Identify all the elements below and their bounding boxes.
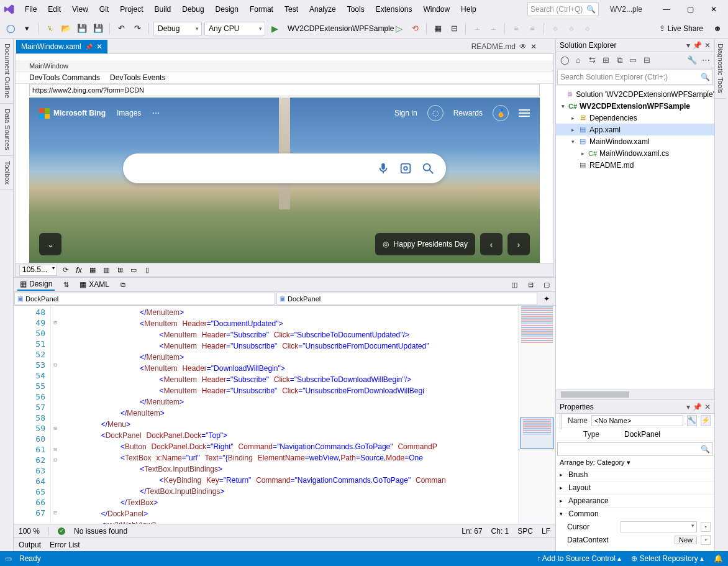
snap-icon[interactable]: ⊞ [115, 265, 125, 275]
menu-file[interactable]: File [20, 2, 42, 16]
tree-item[interactable]: ▸▤App.xaml [556, 124, 714, 135]
minimap[interactable] [518, 306, 555, 524]
start-target-select[interactable]: WV2CDPExtensionWPFSample [284, 22, 389, 35]
tree-item[interactable]: ▸⊞Dependencies [556, 112, 714, 124]
expand-icon[interactable]: ▸ [580, 150, 586, 157]
se-filter-icon[interactable]: ⧉ [613, 54, 626, 66]
editor-zoom[interactable]: 100 % [19, 527, 40, 536]
cat-brush[interactable]: ▸Brush [556, 468, 714, 481]
rewards-link[interactable]: Rewards [453, 109, 483, 117]
rewards-icon[interactable]: 🏅 [493, 105, 509, 121]
prop-marker-icon[interactable]: ▫ [701, 522, 711, 532]
col-indicator[interactable]: Ch: 1 [491, 527, 509, 536]
select-repo[interactable]: ⊕ Select Repository ▴ [631, 554, 704, 563]
xaml-tab[interactable]: ▦ XAML [77, 279, 112, 290]
artboard-icon[interactable]: ▭ [129, 265, 139, 275]
hero-caption[interactable]: ◎ Happy Presidents Day [375, 233, 475, 255]
expand-down-button[interactable]: ⌄ [39, 233, 61, 255]
mic-icon[interactable] [376, 162, 390, 175]
undo-button[interactable]: ↶ [114, 22, 128, 35]
menu-analyze[interactable]: Analyze [304, 2, 341, 16]
fold-gutter[interactable]: ⊟⊟⊟⊟⊟⊟ [51, 306, 60, 524]
se-more-icon[interactable]: ⋯ [699, 54, 712, 66]
hamburger-icon[interactable] [519, 109, 530, 117]
menu-git[interactable]: Git [94, 2, 114, 16]
save-all-button[interactable]: 💾 [91, 22, 105, 35]
solution-config-select[interactable]: Debug [153, 22, 202, 35]
expand-icon[interactable]: ▸ [570, 127, 576, 133]
pin-icon[interactable]: 📌 [693, 41, 702, 50]
output-pane-icon[interactable]: ▭ [5, 554, 12, 563]
tree-item[interactable]: ▤README.md [556, 159, 714, 171]
toolbar-bm1[interactable]: ⟐ [548, 22, 562, 35]
rail-diagnostic-tools[interactable]: Diagnostic Tools [715, 39, 726, 99]
name-field[interactable] [591, 415, 683, 426]
cat-appearance[interactable]: ▸Appearance [556, 494, 714, 507]
expand-icon[interactable]: ▸ [570, 115, 576, 121]
line-indicator[interactable]: Ln: 67 [462, 527, 482, 536]
tree-item[interactable]: ▸C#MainWindow.xaml.cs [556, 147, 714, 159]
dropdown-icon[interactable]: ▾ [686, 41, 690, 50]
cat-common[interactable]: ▾Common [556, 507, 714, 520]
toolbar-grp2[interactable]: ≡ [526, 22, 539, 35]
code-editor[interactable]: 4849505152535455565758596061626364656667… [14, 306, 555, 524]
code-body[interactable]: </MenuItem> <MenuItem Header="DocumentUp… [60, 306, 518, 524]
refresh-icon[interactable]: ⟳ [60, 265, 70, 275]
close-button[interactable]: ✕ [703, 1, 724, 17]
tab-readme-md[interactable]: README.md 👁 ✕ [466, 40, 542, 53]
bing-searchbar[interactable] [123, 153, 446, 183]
zoom-select[interactable]: 105.5... [19, 265, 57, 276]
design-tab[interactable]: ▦ Design [17, 278, 55, 291]
quick-launch-search[interactable]: Search (Ctrl+Q) 🔍 [527, 2, 599, 16]
crumb-right[interactable]: DockPanel [276, 293, 537, 304]
hot-reload-icon[interactable]: ⟲ [408, 22, 422, 35]
toolbar-bm2[interactable]: ⟐ [565, 22, 578, 35]
split-h-icon[interactable]: ⊟ [526, 280, 535, 290]
se-hscrollbar[interactable] [556, 390, 714, 399]
issues-label[interactable]: No issues found [74, 527, 127, 536]
indent-indicator[interactable]: SPC [517, 527, 533, 536]
se-props-icon[interactable]: 🔧 [686, 54, 698, 66]
next-image-button[interactable]: › [507, 233, 530, 255]
errorlist-tab[interactable]: Error List [50, 541, 80, 549]
save-button[interactable]: 💾 [75, 22, 89, 35]
live-share-button[interactable]: ⇪ Live Share [654, 24, 708, 33]
menu-extensions[interactable]: Extensions [371, 2, 417, 16]
collapse-icon[interactable]: ▢ [542, 280, 552, 290]
output-tab[interactable]: Output [19, 541, 41, 549]
device-icon[interactable]: ▯ [142, 265, 152, 275]
open-button[interactable]: 📂 [59, 22, 73, 35]
pin-icon[interactable]: 📌 [85, 43, 93, 50]
se-refresh-icon[interactable]: ⊞ [599, 54, 612, 66]
menu-debug[interactable]: Debug [177, 2, 209, 16]
expand-icon[interactable]: ▾ [560, 103, 566, 109]
cursor-combo[interactable] [621, 521, 697, 532]
toolbar-align1[interactable]: ⫠ [470, 22, 484, 35]
se-sync-icon[interactable]: ⇆ [586, 54, 598, 66]
new-button[interactable]: New [675, 536, 697, 544]
menu-test[interactable]: Test [280, 2, 303, 16]
solution-tree[interactable]: ⧈Solution 'WV2CDPExtensionWPFSample'▾C#W… [556, 86, 714, 390]
crumb-left[interactable]: DockPanel [14, 293, 275, 304]
tree-item[interactable]: ⧈Solution 'WV2CDPExtensionWPFSample' [556, 88, 714, 100]
swap-panes-icon[interactable]: ⇅ [61, 280, 71, 290]
notifications-icon[interactable]: 🔔 [714, 554, 723, 563]
fx-icon[interactable]: fx [74, 265, 84, 275]
minimap-viewport[interactable] [520, 418, 554, 449]
close-tab-icon[interactable]: ✕ [96, 42, 102, 51]
rail-document-outline[interactable]: Document Outline [0, 39, 13, 104]
close-tab-icon[interactable]: ✕ [530, 42, 537, 51]
sign-in-link[interactable]: Sign in [394, 109, 417, 117]
se-search[interactable]: Search Solution Explorer (Ctrl+;) 🔍 [557, 70, 713, 84]
arrange-by[interactable]: Arrange by: Category ▾ [556, 457, 714, 468]
nav-fwd-button[interactable]: ▾ [20, 22, 34, 35]
lens-icon[interactable] [399, 162, 412, 175]
menu-format[interactable]: Format [245, 2, 278, 16]
bing-logo[interactable]: Microsoft Bing [39, 108, 106, 119]
cat-layout[interactable]: ▸Layout [556, 481, 714, 494]
eol-indicator[interactable]: LF [542, 527, 550, 536]
redo-button[interactable]: ↷ [130, 22, 144, 35]
rail-data-sources[interactable]: Data Sources [0, 104, 13, 156]
minimize-button[interactable]: — [656, 1, 677, 17]
new-item-button[interactable]: ⳹ [43, 22, 57, 35]
